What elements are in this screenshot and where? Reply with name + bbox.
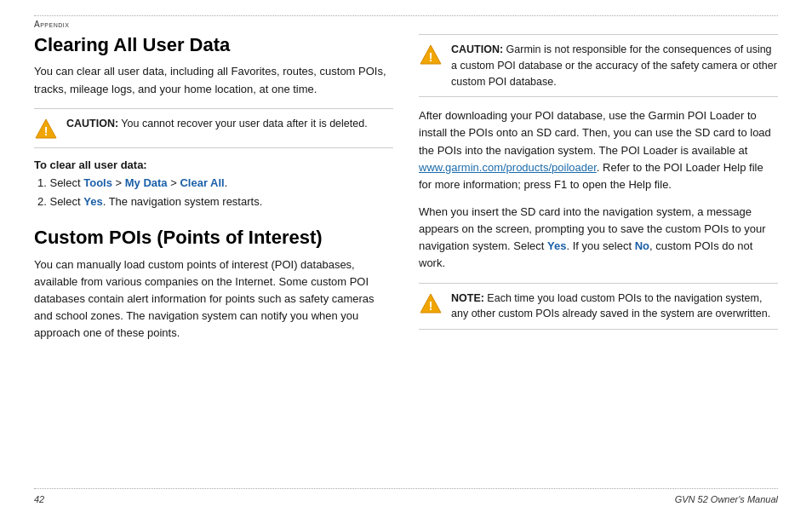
note-text: NOTE: Each time you load custom POIs to … — [451, 291, 778, 323]
warning-icon-1: ! — [34, 117, 58, 141]
left-column: Clearing All User Data You can clear all… — [34, 34, 393, 488]
no-link: No — [635, 239, 649, 252]
right-para-2: When you insert the SD card into the nav… — [419, 204, 778, 273]
warning-icon-2: ! — [419, 43, 443, 66]
caution-body-1: You cannot recover your user data after … — [118, 118, 368, 130]
content-area: Clearing All User Data You can clear all… — [34, 34, 778, 488]
appendix-label: Appendix — [34, 20, 69, 29]
svg-text:!: ! — [44, 124, 49, 138]
clearall-link: Clear All — [180, 176, 224, 189]
page-number: 42 — [34, 494, 44, 504]
para2-mid: . If you select — [566, 239, 634, 252]
note-body: Each time you load custom POIs to the na… — [451, 292, 770, 320]
yes-link-2: Yes — [547, 239, 566, 252]
warning-icon-3: ! — [419, 291, 443, 315]
step-2: Select Yes. The navigation system restar… — [37, 193, 393, 211]
page: Appendix Clearing All User Data You can … — [0, 0, 812, 518]
para1-pre: After downloading your POI database, use… — [419, 109, 771, 156]
poi-loader-link[interactable]: www.garmin.com/products/poiloader — [419, 161, 597, 174]
note-label: NOTE: — [451, 292, 484, 304]
svg-text:!: ! — [429, 50, 433, 64]
yes-link-1: Yes — [83, 195, 102, 208]
instructions-list: Select Tools > My Data > Clear All. Sele… — [34, 175, 393, 212]
manual-title: GVN 52 Owner's Manual — [675, 494, 778, 504]
caution-label-1: CAUTION: — [66, 118, 118, 130]
instructions-header: To clear all user data: — [34, 158, 393, 171]
footer: 42 GVN 52 Owner's Manual — [34, 488, 778, 504]
caution-text-2: CAUTION: Garmin is not responsible for t… — [451, 42, 778, 89]
appendix-header: Appendix — [34, 15, 778, 29]
note-box: ! NOTE: Each time you load custom POIs t… — [419, 283, 778, 331]
svg-text:!: ! — [429, 299, 433, 313]
caution-box-1: ! CAUTION: You cannot recover your user … — [34, 108, 393, 148]
caution-text-1: CAUTION: You cannot recover your user da… — [66, 116, 368, 132]
clearing-body: You can clear all user data, including a… — [34, 63, 393, 97]
right-para-1: After downloading your POI database, use… — [419, 107, 778, 193]
right-column: ! CAUTION: Garmin is not responsible for… — [419, 34, 778, 488]
tools-link: Tools — [83, 176, 112, 189]
clearing-title: Clearing All User Data — [34, 34, 393, 56]
caution-box-2: ! CAUTION: Garmin is not responsible for… — [419, 34, 778, 97]
mydata-link: My Data — [125, 176, 168, 189]
custom-poi-body: You can manually load custom points of i… — [34, 256, 393, 342]
step-1: Select Tools > My Data > Clear All. — [37, 175, 393, 193]
caution-label-2: CAUTION: — [451, 43, 503, 55]
custom-poi-title: Custom POIs (Points of Interest) — [34, 227, 393, 249]
